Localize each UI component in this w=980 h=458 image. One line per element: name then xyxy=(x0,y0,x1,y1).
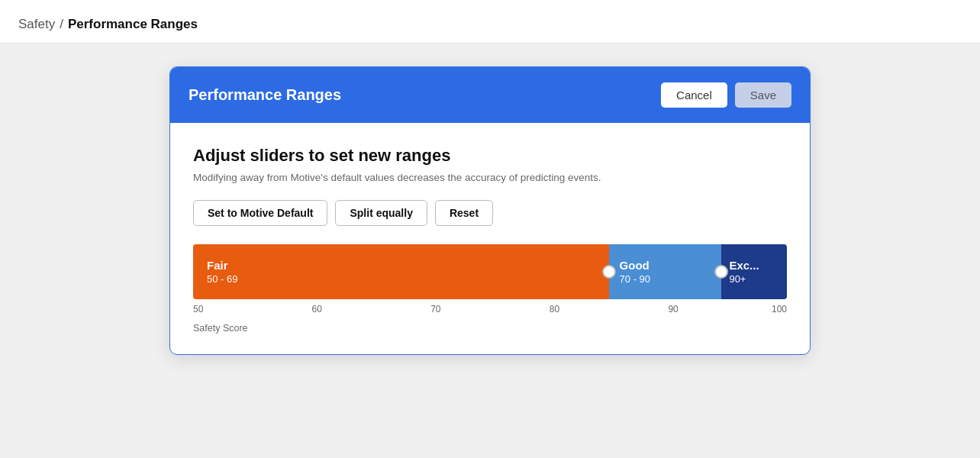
breadcrumb-current: Performance Ranges xyxy=(68,17,198,32)
good-values: 70 - 90 xyxy=(620,273,722,285)
good-label: Good xyxy=(620,259,722,272)
cancel-button[interactable]: Cancel xyxy=(661,82,727,108)
axis-tick-100: 100 xyxy=(772,304,787,314)
modal-header: Performance Ranges Cancel Save xyxy=(170,67,810,123)
fair-values: 50 - 69 xyxy=(207,273,609,285)
range-good: Good 70 - 90 xyxy=(609,244,722,299)
body-subtitle: Modifying away from Motive's default val… xyxy=(193,172,787,183)
modal-header-buttons: Cancel Save xyxy=(661,82,791,108)
slider-handle-2[interactable] xyxy=(714,265,728,279)
axis-tick-70: 70 xyxy=(430,304,440,314)
axis-label-row: Safety Score xyxy=(193,321,787,334)
range-container: Fair 50 - 69 Good 70 - 90 Exc... 90+ xyxy=(193,244,787,334)
page-content: Performance Ranges Cancel Save Adjust sl… xyxy=(0,44,980,378)
breadcrumb-parent: Safety xyxy=(18,17,55,32)
split-equally-button[interactable]: Split equally xyxy=(335,200,427,226)
fair-label: Fair xyxy=(207,259,609,272)
range-excellent: Exc... 90+ xyxy=(721,244,787,299)
set-default-button[interactable]: Set to Motive Default xyxy=(193,200,327,226)
range-bar: Fair 50 - 69 Good 70 - 90 Exc... 90+ xyxy=(193,244,787,299)
axis-tick-50: 50 xyxy=(193,304,203,314)
axis-tick-80: 80 xyxy=(550,304,559,314)
modal-title: Performance Ranges xyxy=(189,86,341,104)
excellent-values: 90+ xyxy=(729,273,787,285)
excellent-label: Exc... xyxy=(729,259,787,272)
axis-tick-90: 90 xyxy=(668,304,678,314)
reset-button[interactable]: Reset xyxy=(435,200,493,226)
axis-tick-60: 60 xyxy=(312,304,322,314)
body-title: Adjust sliders to set new ranges xyxy=(193,146,787,166)
modal-body: Adjust sliders to set new ranges Modifyi… xyxy=(170,123,810,354)
performance-ranges-modal: Performance Ranges Cancel Save Adjust sl… xyxy=(169,66,811,355)
page-header: Safety / Performance Ranges xyxy=(0,0,980,44)
axis-label: Safety Score xyxy=(193,323,248,334)
axis-ticks-row: 50 60 70 80 90 100 xyxy=(193,304,787,319)
slider-handle-1[interactable] xyxy=(602,265,616,279)
breadcrumb-separator: / xyxy=(60,17,63,32)
action-buttons: Set to Motive Default Split equally Rese… xyxy=(193,200,787,226)
save-button[interactable]: Save xyxy=(735,82,791,108)
range-fair: Fair 50 - 69 xyxy=(193,244,609,299)
